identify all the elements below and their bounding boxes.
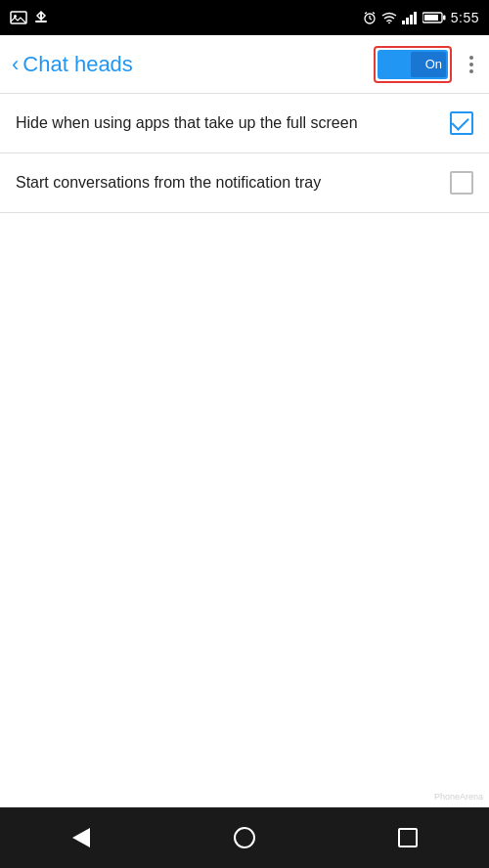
image-icon bbox=[10, 11, 27, 24]
toggle-label: On bbox=[425, 57, 442, 71]
more-options-button[interactable] bbox=[466, 52, 477, 77]
svg-rect-13 bbox=[414, 12, 417, 24]
svg-point-9 bbox=[388, 22, 390, 23]
alarm-icon bbox=[363, 11, 377, 24]
header-left: ‹ Chat heads bbox=[12, 52, 133, 77]
chat-heads-toggle[interactable]: On bbox=[378, 50, 448, 79]
svg-point-1 bbox=[14, 15, 17, 18]
svg-line-7 bbox=[365, 13, 367, 15]
back-nav-button[interactable] bbox=[60, 816, 103, 859]
hide-fullscreen-item[interactable]: Hide when using apps that take up the fu… bbox=[0, 94, 489, 153]
back-button[interactable]: ‹ bbox=[12, 54, 19, 75]
status-bar-right: 5:55 bbox=[363, 10, 479, 25]
svg-rect-16 bbox=[443, 16, 446, 21]
main-content bbox=[0, 213, 489, 868]
svg-rect-2 bbox=[35, 21, 47, 22]
dot-2 bbox=[469, 63, 473, 66]
start-conversations-label: Start conversations from the notificatio… bbox=[16, 172, 321, 194]
signal-icon bbox=[402, 11, 418, 24]
upload-icon bbox=[33, 10, 49, 25]
svg-rect-10 bbox=[402, 21, 405, 24]
home-nav-button[interactable] bbox=[223, 816, 266, 859]
svg-rect-15 bbox=[424, 15, 438, 21]
recents-nav-icon bbox=[398, 828, 418, 847]
page-title: Chat heads bbox=[22, 52, 133, 77]
status-time: 5:55 bbox=[451, 10, 479, 25]
wifi-icon bbox=[381, 12, 397, 23]
home-nav-icon bbox=[234, 827, 255, 848]
svg-rect-12 bbox=[410, 15, 413, 24]
start-conversations-checkbox[interactable] bbox=[450, 171, 473, 195]
back-nav-icon bbox=[72, 828, 90, 847]
nav-bar bbox=[0, 807, 489, 868]
svg-rect-11 bbox=[406, 18, 409, 24]
app-header: ‹ Chat heads On bbox=[0, 35, 489, 94]
settings-list: Hide when using apps that take up the fu… bbox=[0, 94, 489, 213]
start-conversations-item[interactable]: Start conversations from the notificatio… bbox=[0, 153, 489, 213]
status-bar: 5:55 bbox=[0, 0, 489, 35]
status-bar-left bbox=[10, 10, 49, 25]
svg-line-8 bbox=[373, 13, 375, 15]
dot-1 bbox=[469, 56, 473, 60]
recents-nav-button[interactable] bbox=[386, 816, 429, 859]
hide-fullscreen-checkbox[interactable] bbox=[450, 111, 473, 135]
hide-fullscreen-label: Hide when using apps that take up the fu… bbox=[16, 112, 358, 134]
toggle-container: On bbox=[374, 46, 452, 83]
svg-line-6 bbox=[370, 19, 372, 20]
watermark: PhoneArena bbox=[434, 792, 483, 802]
dot-3 bbox=[469, 69, 473, 73]
header-right: On bbox=[374, 46, 477, 83]
battery-icon bbox=[422, 12, 446, 23]
